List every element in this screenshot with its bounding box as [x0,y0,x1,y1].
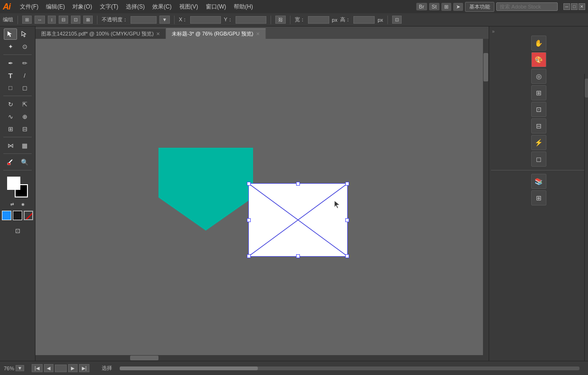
selected-rect[interactable] [248,183,348,257]
shape-builder-tool[interactable]: ⊞ [4,123,17,134]
x-input[interactable]: 297.601 [190,16,221,24]
transform-panel-btn[interactable]: ⊡ [531,102,546,117]
transform-btn-5[interactable]: ⊡ [71,16,80,24]
eyedropper-tool[interactable] [4,156,17,168]
hand-tool-right[interactable]: ✋ [531,36,546,51]
zoom-down-btn[interactable]: ▼ [16,365,24,371]
v-scrollbar[interactable] [483,39,489,361]
handle-bot-mid[interactable] [296,254,300,258]
prev-page-btn[interactable]: ◀ [44,364,53,372]
swap-colors-btn[interactable]: ⇄ [8,200,17,208]
menu-window[interactable]: 窗口(W) [202,2,230,12]
type-tool[interactable]: T [4,70,17,81]
color-swatch-container [7,177,28,197]
selection-tool[interactable] [4,28,17,40]
fill-color[interactable] [2,211,11,220]
opacity-arrow[interactable]: ▼ [159,16,170,24]
search-input[interactable] [496,2,558,11]
none-color[interactable] [24,211,33,220]
tab-1-close[interactable]: ✕ [256,31,260,36]
link-proportions-btn[interactable]: ⛓ [275,16,286,24]
rotate-tool[interactable]: ↻ [4,98,17,110]
rect-tool[interactable]: □ [4,82,17,93]
layers-panel-btn[interactable]: ⚡ [531,135,546,150]
artboards-panel-btn[interactable]: ◻ [531,152,546,167]
teal-shape[interactable] [158,148,253,228]
menu-help[interactable]: 帮助(H) [230,2,257,12]
graph-tool[interactable]: ▦ [18,140,31,151]
warp-tool[interactable]: ∿ [4,111,17,122]
line-segment-tool[interactable]: / [18,70,31,81]
y-input[interactable]: 421.306 [236,16,266,24]
free-transform-tool[interactable]: ⊕ [18,111,31,122]
menu-view[interactable]: 视图(V) [176,2,202,12]
transform-btn-2[interactable]: ↔ [35,16,45,24]
window-controls: ─ □ ✕ [563,3,585,10]
paintbrush-tool[interactable]: ◻ [18,82,31,93]
transform-options-btn[interactable]: ⊡ [392,16,402,24]
last-page-btn[interactable]: ▶| [79,364,90,372]
handle-top-left[interactable] [247,182,251,186]
default-colors-btn[interactable]: ◉ [18,200,28,208]
right-scrollbar[interactable] [584,74,588,361]
h-scrollbar-thumb[interactable] [130,356,158,360]
align-panel-btn[interactable]: ⊞ [531,85,546,100]
menu-file[interactable]: 文件(F) [16,2,42,12]
menu-text[interactable]: 文字(T) [96,2,122,12]
stroke-color[interactable] [13,211,22,220]
close-button[interactable]: ✕ [579,3,585,10]
handle-bot-right[interactable] [345,254,349,258]
divider-5 [290,16,290,24]
stroke-panel-btn[interactable]: ◎ [531,69,546,84]
handle-mid-right[interactable] [345,218,349,222]
page-input[interactable]: 1 [55,365,67,372]
transform-btn-3[interactable]: ↕ [48,16,56,24]
first-page-btn[interactable]: |◀ [32,364,43,372]
right-panel-collapse-arrow[interactable]: » [492,29,495,34]
handle-top-mid[interactable] [296,182,300,186]
screen-mode-btn[interactable]: ⊡ [7,225,28,236]
transform-btn-4[interactable]: ⊟ [59,16,68,24]
maximize-button[interactable]: □ [571,3,578,10]
tab-1[interactable]: 未标题-3* @ 76% (RGB/GPU 预览) ✕ [166,28,266,39]
right-scrollbar-thumb[interactable] [585,79,588,98]
foreground-color-swatch[interactable] [7,177,20,190]
menu-object[interactable]: 对象(O) [69,2,96,12]
properties-panel-btn[interactable]: ⊞ [531,190,546,205]
grid-icon-btn[interactable]: ⊞ [441,3,451,11]
menu-edit[interactable]: 编辑(E) [42,2,69,12]
menu-select[interactable]: 选择(S) [122,2,149,12]
scale-tool[interactable]: ⇱ [18,98,31,110]
h-input[interactable]: 194 [353,16,375,24]
tab-0[interactable]: 图幕主1422105.pdf* @ 100% (CMYK/GPU 预览) ✕ [35,28,166,39]
handle-mid-left[interactable] [247,218,251,222]
pencil-tool[interactable]: ✏ [18,57,31,69]
stock-icon-btn[interactable]: St [429,3,439,10]
library-panel-btn[interactable]: 📚 [531,174,546,189]
w-input[interactable]: 270 [308,16,329,24]
transform-btn-6[interactable]: ⊠ [83,16,93,24]
minimize-button[interactable]: ─ [563,3,570,10]
bridge-icon-btn[interactable]: Br [416,3,427,10]
send-icon-btn[interactable]: ➤ [453,3,463,11]
pathfinder-panel-btn[interactable]: ⊟ [531,118,546,134]
direct-selection-tool[interactable] [18,28,31,40]
handle-bot-left[interactable] [247,254,251,258]
tab-0-close[interactable]: ✕ [156,31,160,36]
selected-rect-container[interactable] [248,183,348,257]
lasso-tool[interactable]: ⊙ [18,41,31,52]
color-panel-btn[interactable]: 🎨 [531,52,546,67]
pen-tool[interactable]: ✒ [4,57,17,69]
perspective-grid-tool[interactable]: ⊟ [18,123,31,134]
menu-effect[interactable]: 效果(C) [149,2,176,12]
magic-wand-tool[interactable]: ✦ [4,41,17,52]
zoom-tool[interactable]: 🔍 [18,156,31,168]
blend-tool[interactable]: ⋈ [4,140,17,151]
next-page-btn[interactable]: ▶ [68,364,78,372]
h-scrollbar[interactable] [35,355,489,361]
transform-btn-1[interactable]: ⊞ [22,16,32,24]
handle-top-right[interactable] [345,182,349,186]
v-scrollbar-thumb[interactable] [483,53,488,81]
opacity-input[interactable]: 100% [131,16,157,24]
workspace-button[interactable]: 基本功能 [465,2,494,12]
